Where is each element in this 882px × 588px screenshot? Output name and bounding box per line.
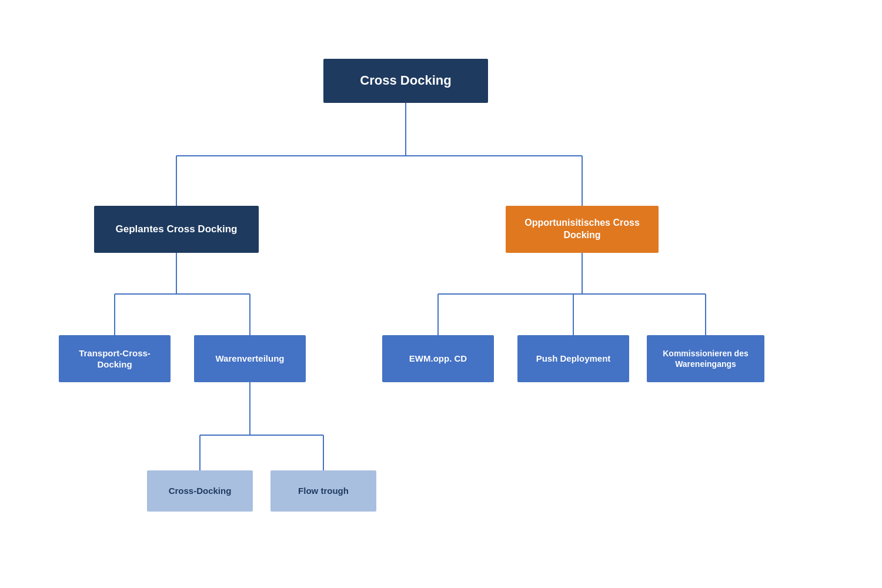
root-node: Cross Docking [323,59,488,103]
push-deployment-node: Push Deployment [517,335,629,382]
diagram-container: Cross Docking Geplantes Cross Docking Op… [35,24,847,564]
flow-trough-node: Flow trough [270,470,376,512]
opportunistisches-node: Opportunisitisches Cross Docking [506,206,659,253]
cross-docking-light-node: Cross-Docking [147,470,253,512]
transport-node: Transport-Cross-Docking [59,335,171,382]
ewm-node: EWM.opp. CD [382,335,494,382]
geplantes-node: Geplantes Cross Docking [94,206,259,253]
kommissionieren-node: Kommissionieren des Wareneingangs [647,335,764,382]
warenverteilung-node: Warenverteilung [194,335,306,382]
